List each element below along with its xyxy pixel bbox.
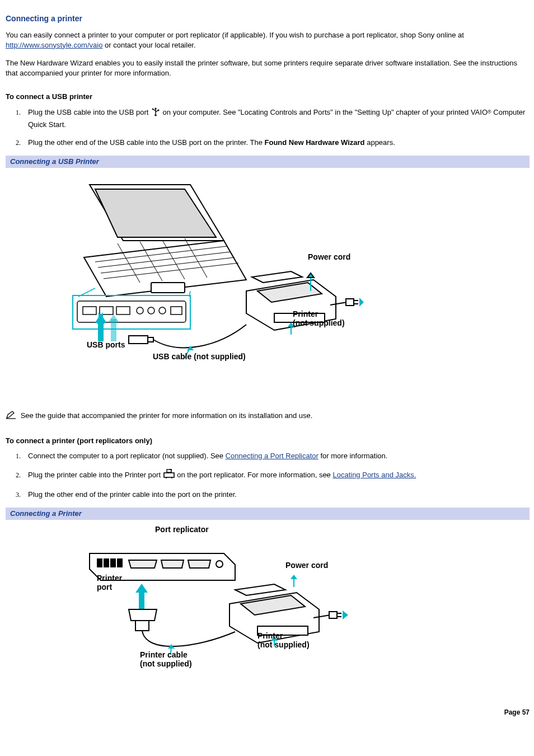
fig2-not-supplied-label: (not supplied)	[257, 640, 310, 651]
svg-marker-62	[343, 611, 348, 619]
svg-rect-17	[116, 307, 130, 314]
printer-port-icon	[163, 469, 175, 482]
svg-rect-12	[151, 283, 185, 293]
intro-paragraph-2: The New Hardware Wizard enables you to e…	[6, 58, 530, 78]
pencil-note-icon	[6, 411, 17, 422]
svg-rect-47	[104, 559, 109, 567]
svg-rect-59	[329, 612, 337, 618]
usb-note: See the guide that accompanied the print…	[6, 411, 530, 422]
fig2-power-cord-label: Power cord	[285, 560, 328, 571]
svg-marker-58	[291, 575, 297, 579]
svg-rect-48	[111, 559, 115, 567]
figure-port-caption: Connecting a Printer	[6, 508, 530, 520]
intro-paragraph-1: You can easily connect a printer to your…	[6, 30, 530, 50]
port-step2-text-b: on the port replicator. For more informa…	[177, 471, 332, 479]
svg-point-50	[216, 561, 223, 567]
registered-mark: ®	[488, 109, 491, 115]
subhead-port-replicator: To connect a printer (port replicators o…	[6, 436, 530, 446]
locating-ports-link[interactable]: Locating Ports and Jacks.	[332, 471, 416, 479]
fig1-usb-ports-label: USB ports	[87, 340, 125, 351]
page-number: Page 57	[6, 708, 530, 717]
usb-trident-icon	[151, 107, 161, 120]
svg-rect-21	[171, 307, 182, 314]
port-step-3: Plug the other end of the printer cable …	[22, 490, 530, 500]
usb-step1-text-b: on your computer. See "Locating Controls…	[163, 108, 488, 116]
port-replicator-link[interactable]: Connecting a Port Replicator	[226, 452, 318, 460]
sonystyle-link[interactable]: http://www.sonystyle.com/vaio	[6, 41, 102, 49]
svg-marker-38	[359, 298, 364, 307]
figure-usb-caption: Connecting a USB Printer	[6, 156, 530, 168]
fig1-usb-cable-label: USB cable (not supplied)	[153, 351, 246, 363]
svg-rect-16	[100, 307, 113, 314]
svg-rect-35	[346, 299, 354, 306]
port-step-2: Plug the printer cable into the Printer …	[22, 469, 530, 482]
svg-rect-43	[164, 473, 174, 477]
svg-point-19	[148, 307, 154, 314]
svg-marker-34	[307, 273, 314, 278]
svg-rect-49	[118, 559, 122, 567]
svg-rect-29	[148, 337, 153, 342]
port-step-1: Connect the computer to a port replicato…	[22, 451, 530, 461]
fig1-power-cord-label: Power cord	[308, 252, 350, 263]
usb-step-1: Plug the USB cable into the USB port on …	[22, 107, 530, 130]
figure-usb-printer: Power cord Printer (not supplied) USB po…	[6, 168, 530, 397]
usb-step1-text-a: Plug the USB cable into the USB port	[28, 108, 151, 116]
usb-note-text: See the guide that accompanied the print…	[21, 411, 313, 420]
svg-rect-28	[129, 336, 148, 344]
port-step1-text-b: for more information.	[318, 452, 388, 460]
svg-rect-15	[83, 307, 96, 314]
usb-steps-list: Plug the USB cable into the USB port on …	[22, 107, 530, 148]
usb-step-2: Plug the other end of the USB cable into…	[22, 138, 530, 148]
svg-rect-3	[158, 109, 160, 111]
fig2-printer-port-label-2: port	[97, 582, 112, 593]
svg-rect-53	[135, 621, 149, 631]
usb-step2-text-a: Plug the other end of the USB cable into…	[28, 138, 265, 147]
port-steps-list: Connect the computer to a port replicato…	[22, 451, 530, 500]
fig2-port-replicator-label: Port replicator	[155, 524, 209, 536]
svg-point-2	[152, 108, 154, 110]
subhead-usb-printer: To connect a USB printer	[6, 92, 530, 102]
svg-point-20	[159, 307, 166, 314]
port-step2-text-a: Plug the printer cable into the Printer …	[28, 471, 163, 479]
fig2-printer-cable-label-2: (not supplied)	[140, 659, 192, 670]
page-title: Connecting a printer	[6, 13, 530, 25]
intro-text-b: or contact your local retailer.	[102, 41, 195, 49]
intro-text-a: You can easily connect a printer to your…	[6, 31, 464, 39]
port-step1-text-a: Connect the computer to a port replicato…	[28, 452, 226, 460]
figure-port-printer: Port replicator Printer port Power cord …	[6, 520, 530, 705]
usb-step2-bold: Found New Hardware Wizard	[265, 138, 365, 147]
svg-rect-46	[97, 559, 102, 567]
svg-marker-52	[135, 584, 148, 593]
usb-step2-text-b: appears.	[365, 138, 395, 147]
svg-point-18	[137, 307, 143, 314]
svg-rect-42	[167, 469, 171, 472]
fig1-not-supplied-label: (not supplied)	[293, 318, 345, 329]
